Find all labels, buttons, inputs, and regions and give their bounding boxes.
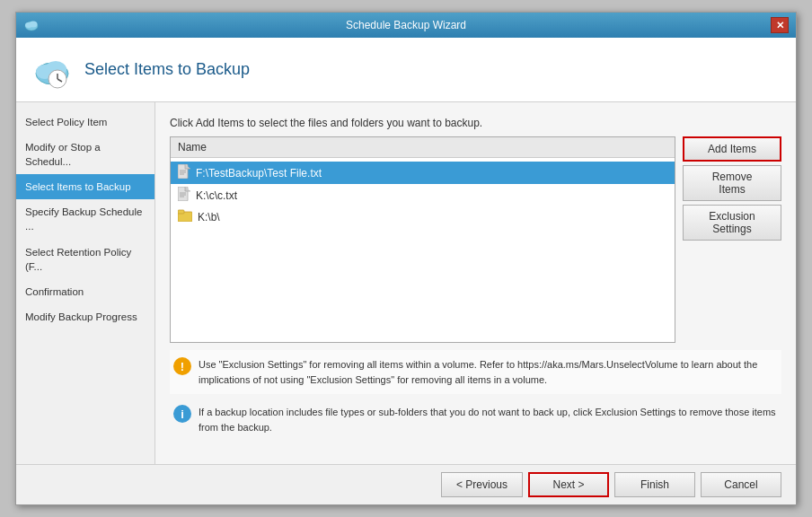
file-name: F:\TestBackup\Test File.txt (196, 167, 322, 180)
warning-icon: ! (173, 357, 191, 375)
previous-button[interactable]: < Previous (441, 472, 523, 497)
sidebar-item[interactable]: Select Policy Item (16, 110, 154, 135)
info-icon: i (173, 405, 191, 423)
next-button[interactable]: Next > (528, 472, 609, 497)
info-box: i If a backup location includes file typ… (170, 398, 781, 442)
right-buttons: Add Items Remove Items Exclusion Setting… (683, 136, 781, 343)
page-title: Select Items to Backup (84, 60, 250, 79)
exclusion-settings-button[interactable]: Exclusion Settings (683, 205, 781, 241)
main-window: Schedule Backup Wizard ✕ Select Items to… (15, 12, 797, 505)
file-list-panel: Name F:\TestBackup\Test File.txt K:\c\c.… (170, 136, 675, 343)
close-button[interactable]: ✕ (771, 17, 789, 33)
header: Select Items to Backup (16, 38, 796, 102)
list-item[interactable]: K:\b\ (171, 206, 675, 227)
warning-box: ! Use "Exclusion Settings" for removing … (170, 350, 781, 394)
file-list-section: Name F:\TestBackup\Test File.txt K:\c\c.… (170, 136, 675, 343)
doc-icon (178, 164, 190, 181)
svg-point-2 (30, 22, 38, 28)
file-name: K:\b\ (198, 211, 220, 223)
svg-rect-18 (178, 210, 184, 214)
file-list-header: Name (171, 137, 675, 158)
list-item[interactable]: F:\TestBackup\Test File.txt (171, 162, 675, 184)
sidebar-item[interactable]: Modify or Stop a Schedul... (16, 135, 154, 174)
app-icon (23, 17, 40, 33)
content-area: Select Policy ItemModify or Stop a Sched… (16, 102, 796, 464)
window-title: Schedule Backup Wizard (41, 19, 771, 31)
folder-icon (178, 209, 192, 224)
footer: < Previous Next > Finish Cancel (16, 464, 796, 504)
sidebar-item[interactable]: Select Items to Backup (16, 174, 154, 199)
title-bar: Schedule Backup Wizard ✕ (16, 13, 796, 38)
sidebar: Select Policy ItemModify or Stop a Sched… (16, 102, 155, 464)
sidebar-item[interactable]: Modify Backup Progress (16, 304, 154, 329)
sidebar-item[interactable]: Confirmation (16, 279, 154, 304)
doc-icon (178, 187, 190, 204)
file-list-body[interactable]: F:\TestBackup\Test File.txt K:\c\c.txt K… (171, 158, 675, 342)
panel-and-buttons: Name F:\TestBackup\Test File.txt K:\c\c.… (170, 136, 781, 343)
main-content: Click Add Items to select the files and … (155, 102, 796, 464)
add-items-button[interactable]: Add Items (683, 136, 781, 162)
info-text: If a backup location includes file types… (199, 405, 778, 434)
header-icon (31, 48, 74, 92)
remove-items-button[interactable]: Remove Items (683, 165, 781, 201)
warning-text: Use "Exclusion Settings" for removing al… (199, 357, 778, 387)
instruction-text: Click Add Items to select the files and … (170, 117, 781, 129)
file-name: K:\c\c.txt (196, 189, 237, 202)
sidebar-item[interactable]: Specify Backup Schedule ... (16, 199, 154, 239)
list-item[interactable]: K:\c\c.txt (171, 184, 675, 206)
sidebar-item[interactable]: Select Retention Policy (F... (16, 240, 154, 279)
cancel-button[interactable]: Cancel (701, 472, 781, 497)
finish-button[interactable]: Finish (614, 472, 695, 497)
